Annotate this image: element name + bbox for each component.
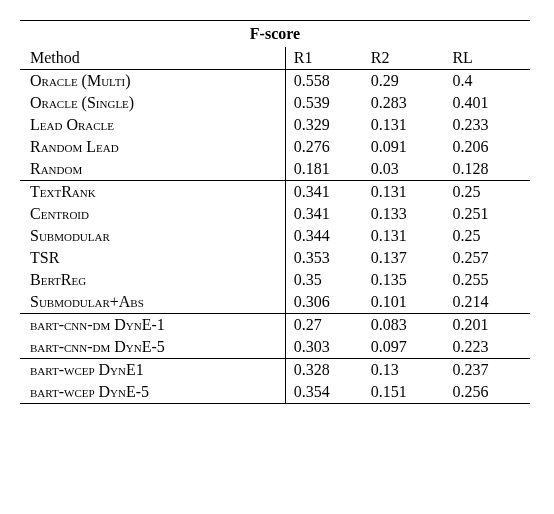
table-row: Random0.1810.030.128 [20, 158, 530, 181]
value-cell-rl: 0.128 [448, 158, 530, 181]
method-cell: Submodular+Abs [20, 291, 285, 314]
table-row: Random Lead0.2760.0910.206 [20, 136, 530, 158]
method-cell: Random [20, 158, 285, 181]
table-row: bart-cnn-dm DynE-50.3030.0970.223 [20, 336, 530, 359]
value-cell-r1: 0.558 [285, 70, 367, 93]
method-cell: Oracle (Multi) [20, 70, 285, 93]
value-cell-rl: 0.223 [448, 336, 530, 359]
value-cell-rl: 0.401 [448, 92, 530, 114]
value-cell-r1: 0.181 [285, 158, 367, 181]
value-cell-r2: 0.131 [367, 181, 449, 204]
value-cell-rl: 0.4 [448, 70, 530, 93]
value-cell-r2: 0.13 [367, 359, 449, 382]
col-header-method: Method [20, 47, 285, 70]
value-cell-r1: 0.341 [285, 181, 367, 204]
value-cell-rl: 0.251 [448, 203, 530, 225]
value-cell-r1: 0.329 [285, 114, 367, 136]
value-cell-r2: 0.131 [367, 114, 449, 136]
method-cell: Centroid [20, 203, 285, 225]
method-cell: Submodular [20, 225, 285, 247]
value-cell-r1: 0.303 [285, 336, 367, 359]
value-cell-r1: 0.328 [285, 359, 367, 382]
results-table: F-score Method R1 R2 RL Oracle (Multi)0.… [20, 20, 530, 404]
col-header-rl: RL [448, 47, 530, 70]
value-cell-r2: 0.101 [367, 291, 449, 314]
value-cell-r1: 0.35 [285, 269, 367, 291]
value-cell-r2: 0.083 [367, 314, 449, 337]
value-cell-rl: 0.255 [448, 269, 530, 291]
value-cell-rl: 0.214 [448, 291, 530, 314]
value-cell-r1: 0.354 [285, 381, 367, 404]
method-cell: BertReg [20, 269, 285, 291]
table-row: bart-wcep DynE10.3280.130.237 [20, 359, 530, 382]
table-row: Submodular+Abs0.3060.1010.214 [20, 291, 530, 314]
value-cell-r2: 0.137 [367, 247, 449, 269]
value-cell-rl: 0.206 [448, 136, 530, 158]
value-cell-r2: 0.097 [367, 336, 449, 359]
value-cell-r2: 0.151 [367, 381, 449, 404]
table-row: bart-cnn-dm DynE-10.270.0830.201 [20, 314, 530, 337]
table-title: F-score [20, 21, 530, 48]
value-cell-r1: 0.539 [285, 92, 367, 114]
value-cell-r1: 0.341 [285, 203, 367, 225]
column-header-row: Method R1 R2 RL [20, 47, 530, 70]
table-row: bart-wcep DynE-50.3540.1510.256 [20, 381, 530, 404]
table-row: Oracle (Multi)0.5580.290.4 [20, 70, 530, 93]
value-cell-r2: 0.03 [367, 158, 449, 181]
table-row: Oracle (Single)0.5390.2830.401 [20, 92, 530, 114]
value-cell-r2: 0.135 [367, 269, 449, 291]
table-row: Submodular0.3440.1310.25 [20, 225, 530, 247]
method-cell: bart-cnn-dm DynE-5 [20, 336, 285, 359]
value-cell-r2: 0.283 [367, 92, 449, 114]
value-cell-r1: 0.353 [285, 247, 367, 269]
method-cell: bart-wcep DynE-5 [20, 381, 285, 404]
table-row: BertReg0.350.1350.255 [20, 269, 530, 291]
method-cell: Random Lead [20, 136, 285, 158]
value-cell-r1: 0.306 [285, 291, 367, 314]
value-cell-r2: 0.133 [367, 203, 449, 225]
value-cell-r2: 0.131 [367, 225, 449, 247]
value-cell-rl: 0.256 [448, 381, 530, 404]
value-cell-rl: 0.25 [448, 225, 530, 247]
value-cell-r2: 0.29 [367, 70, 449, 93]
method-cell: Lead Oracle [20, 114, 285, 136]
value-cell-rl: 0.233 [448, 114, 530, 136]
col-header-r2: R2 [367, 47, 449, 70]
value-cell-r1: 0.276 [285, 136, 367, 158]
value-cell-r2: 0.091 [367, 136, 449, 158]
value-cell-rl: 0.25 [448, 181, 530, 204]
value-cell-rl: 0.201 [448, 314, 530, 337]
table-row: Lead Oracle0.3290.1310.233 [20, 114, 530, 136]
method-cell: TextRank [20, 181, 285, 204]
table-row: TSR0.3530.1370.257 [20, 247, 530, 269]
col-header-r1: R1 [285, 47, 367, 70]
method-cell: bart-wcep DynE1 [20, 359, 285, 382]
value-cell-r1: 0.344 [285, 225, 367, 247]
table-row: Centroid0.3410.1330.251 [20, 203, 530, 225]
method-cell: Oracle (Single) [20, 92, 285, 114]
table-row: TextRank0.3410.1310.25 [20, 181, 530, 204]
results-table-wrapper: F-score Method R1 R2 RL Oracle (Multi)0.… [20, 20, 530, 404]
value-cell-rl: 0.257 [448, 247, 530, 269]
value-cell-r1: 0.27 [285, 314, 367, 337]
method-cell: bart-cnn-dm DynE-1 [20, 314, 285, 337]
value-cell-rl: 0.237 [448, 359, 530, 382]
method-cell: TSR [20, 247, 285, 269]
fscore-header-row: F-score [20, 21, 530, 48]
